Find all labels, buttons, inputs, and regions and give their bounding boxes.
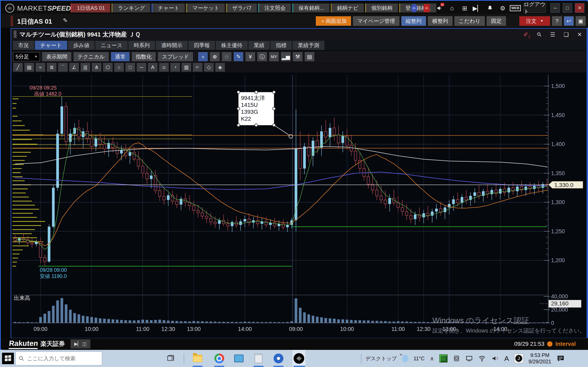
vertical-lines-tool[interactable]: ||| [81,63,90,72]
menu-tab-個別銘柄[interactable]: 個別銘柄 [365,3,398,12]
close-window-icon[interactable]: ✕ [576,30,584,39]
menu-tab-1日信AS 01[interactable]: 1日信AS 01 [71,3,110,12]
close-button[interactable]: ✕ [575,3,584,13]
tab-株主優待[interactable]: 株主優待 [216,41,248,50]
file-explorer-icon[interactable] [191,352,204,365]
app-tray-icon-green[interactable] [439,354,448,363]
tab-市況[interactable]: 市況 [13,41,34,50]
marker-tool[interactable]: ▨ [25,63,34,72]
zoom-in-icon[interactable]: ⊕ [210,52,219,61]
temperature-label[interactable]: 11°C [414,356,425,361]
ime-mode-label[interactable]: A [504,355,509,363]
display-tray-icon[interactable] [466,355,473,362]
time-marker-tool[interactable]: ◔ [171,63,180,72]
minimize-button[interactable]: ─ [550,3,560,13]
snipping-tool-icon[interactable] [233,352,245,365]
pin-button[interactable]: 固定 [487,16,506,26]
icon-stamp-tool[interactable]: ☺ [159,63,169,72]
ellipse-tool[interactable]: ○ [114,63,124,72]
text-tool[interactable]: A [148,63,157,72]
weather-icon[interactable] [402,355,408,362]
tab-業績[interactable]: 業績 [249,41,270,50]
menu-tab-注文照会[interactable]: 注文照会 [258,3,291,12]
taskbar-search[interactable] [16,351,102,365]
device-tray-icon[interactable] [453,355,460,362]
task-view-button[interactable] [167,354,175,363]
volume-icon[interactable] [491,355,499,362]
wifi-icon[interactable] [478,355,486,362]
edit-title-icon[interactable]: ✎ [63,17,68,24]
price-line-icon[interactable]: ¥ [246,52,255,61]
horizontal-align-button[interactable]: 横整列 [428,16,452,26]
price-chart[interactable]: 1,5001,4501,4001,3501,3001,2501,2001,330… [11,73,587,338]
web-icon[interactable]: WEB [511,4,519,12]
menu-tab-マーケット[interactable]: マーケット [186,3,225,12]
taskbar-clock[interactable]: 9:53 PM 9/29/2021 [528,352,551,365]
segment-tool[interactable]: ─ [137,63,146,72]
technical-button[interactable]: テクニカル [74,52,109,61]
mountain-chart-icon[interactable]: ▂▅ [281,52,291,61]
tab-業績予測[interactable]: 業績予測 [293,41,324,50]
ime-j-icon[interactable]: J [514,354,523,363]
crosshair-icon[interactable]: ＋ [198,52,208,61]
vertical-align-button[interactable]: 縦整列 [401,16,426,26]
period-dropdown[interactable]: 5分足▼ [13,52,40,61]
order-button[interactable]: 注文▼ [519,16,550,26]
display-period-button[interactable]: 表示期間 [42,52,71,61]
hidden-icons-chevron[interactable]: ∧ [430,355,434,362]
tab-適時開示[interactable]: 適時開示 [156,41,188,50]
chart-red-icon[interactable]: ılı [423,4,431,12]
search-input[interactable] [27,355,95,362]
marketspeed-taskbar-icon[interactable] [293,352,305,365]
panel-toggle-icon[interactable]: ▶▏ [473,4,481,12]
add-screen-button[interactable]: ＋画面追加 [316,16,351,26]
tab-チャート[interactable]: チャート [35,41,67,50]
fan-lines-tool[interactable]: ∠ [69,63,79,72]
zoom-out-icon[interactable]: ⊖ [222,52,231,61]
preference-button[interactable]: こだわり [454,16,485,26]
magnifier-icon[interactable]: ⚲ [534,29,545,40]
info-icon[interactable]: ⓘ [258,52,267,61]
marketspeed-blue-icon[interactable]: ılı [410,4,418,12]
home-icon[interactable]: ⌂ [448,4,456,12]
candlestick-chart-svg[interactable]: 1,5001,4501,4001,3501,3001,2501,2001,330… [11,73,587,338]
tab-指標[interactable]: 指標 [270,41,292,50]
maximize-button[interactable]: □ [563,3,572,13]
eraser-tool[interactable]: ◇ [204,63,214,72]
duplicate-window-icon[interactable]: ❏ [562,30,570,39]
tab-ニュース[interactable]: ニュース [95,41,128,50]
notepad-icon[interactable] [252,352,265,365]
popout-button[interactable]: ▣ [576,16,586,26]
notification-center-icon[interactable] [557,354,565,363]
media-player-icon[interactable] [272,352,285,365]
menu-tab-銘柄ナビ[interactable]: 銘柄ナビ [331,3,364,12]
link-window-button[interactable]: ↩ [564,16,574,26]
print-icon[interactable]: ▤ [305,52,314,61]
menu-tab-ザラバ7[interactable]: ザラバ7 [226,3,257,12]
link-annotation-icon[interactable]: ✐1 [522,30,530,39]
duplicate-tool[interactable]: ▥ [182,63,191,72]
add-window-icon[interactable]: ⊞ [461,4,469,12]
drag-grip-icon[interactable] [14,31,17,38]
start-button[interactable] [2,353,14,364]
tab-歩み値[interactable]: 歩み値 [68,41,95,50]
logout-button[interactable]: ログアウト [523,3,546,13]
fibonacci-arc-tool[interactable]: ⌒ [58,63,68,72]
status-panel-buttons[interactable]: ▶▏ ◫ [71,340,90,349]
menu-tab-保有銘柄...[interactable]: 保有銘柄... [292,3,329,12]
tab-四季報[interactable]: 四季報 [189,41,215,50]
bell-icon[interactable] [486,4,494,12]
rectangle-tool[interactable]: □ [126,63,135,72]
erase-all-tool[interactable]: ◈ [215,63,225,72]
trendline-tool[interactable]: ╱ [13,63,23,72]
menu-tab-ランキング[interactable]: ランキング [112,3,150,12]
pentagon-tool[interactable]: ⬠ [103,63,112,72]
desktop-toolbar[interactable]: デスクトップ» [365,355,397,362]
normal-mode-button[interactable]: 通常 [111,52,130,61]
settings-gear-icon[interactable]: ⚙ [499,4,507,12]
my-chart-icon[interactable]: MY [269,52,279,61]
tab-時系列[interactable]: 時系列 [129,41,155,50]
draw-pencil-icon[interactable]: ✎ [234,52,243,61]
chrome-icon[interactable] [213,352,225,365]
pitchfork-tool[interactable]: ⋔ [92,63,101,72]
